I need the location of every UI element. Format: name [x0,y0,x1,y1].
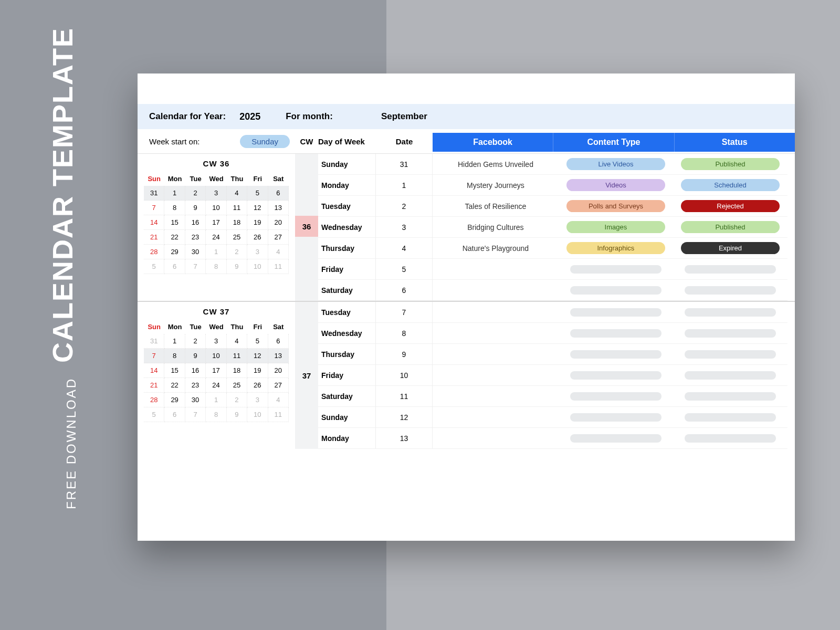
mc-cell[interactable]: 9 [185,349,206,363]
mc-cell[interactable]: 4 [227,334,247,349]
mc-cell[interactable]: 22 [164,230,185,245]
mc-cell[interactable]: 9 [227,407,247,422]
mc-cell[interactable]: 8 [206,259,226,274]
mc-cell[interactable]: 30 [185,393,206,407]
empty-pill[interactable] [685,350,776,359]
mc-cell[interactable]: 21 [144,230,164,245]
mc-cell[interactable]: 1 [164,334,185,349]
empty-pill[interactable] [570,286,662,295]
mc-cell[interactable]: 16 [185,215,206,230]
mc-cell[interactable]: 10 [206,201,226,215]
week-start-value[interactable]: Sunday [240,135,290,148]
mc-cell[interactable]: 7 [144,201,164,215]
facebook-col-row[interactable]: Bridging Cultures [433,217,559,238]
facebook-col-row[interactable]: Mystery Journeys [433,175,559,196]
mc-cell[interactable]: 19 [247,363,268,378]
mc-cell[interactable]: 26 [247,230,268,245]
mc-cell[interactable]: 4 [268,393,289,407]
facebook-col-row[interactable] [433,280,559,301]
mc-cell[interactable]: 18 [227,215,247,230]
mc-cell[interactable]: 7 [185,407,206,422]
mc-cell[interactable]: 9 [227,259,247,274]
empty-pill[interactable] [570,308,662,317]
mc-cell[interactable]: 10 [247,259,268,274]
content-type-pill[interactable]: Images [566,221,665,233]
status-pill[interactable]: Scheduled [681,179,780,191]
mc-cell[interactable]: 20 [268,215,289,230]
facebook-col-row[interactable] [433,323,559,344]
mc-cell[interactable]: 17 [206,363,226,378]
mc-cell[interactable]: 18 [227,363,247,378]
mc-cell[interactable]: 5 [247,334,268,349]
mc-cell[interactable]: 3 [206,334,226,349]
mc-cell[interactable]: 12 [247,349,268,363]
mc-cell[interactable]: 6 [268,186,289,201]
empty-pill[interactable] [685,308,776,317]
mc-cell[interactable]: 21 [144,378,164,393]
mc-cell[interactable]: 31 [144,186,164,201]
empty-pill[interactable] [570,392,662,401]
mc-cell[interactable]: 10 [206,349,226,363]
facebook-col-row[interactable] [433,344,559,365]
mc-cell[interactable]: 5 [144,407,164,422]
mc-cell[interactable]: 8 [164,201,185,215]
empty-pill[interactable] [685,434,776,443]
facebook-col-row[interactable] [433,386,559,407]
mc-cell[interactable]: 4 [268,245,289,259]
mc-cell[interactable]: 2 [185,186,206,201]
mc-cell[interactable]: 5 [144,259,164,274]
mc-cell[interactable]: 26 [247,378,268,393]
facebook-col-row[interactable]: Tales of Resilience [433,196,559,217]
empty-pill[interactable] [685,329,776,338]
mc-cell[interactable]: 15 [164,363,185,378]
empty-pill[interactable] [570,434,662,443]
mc-cell[interactable]: 29 [164,245,185,259]
facebook-col-row[interactable]: Nature's Playground [433,238,559,259]
content-type-pill[interactable]: Live Videos [566,158,665,170]
mc-cell[interactable]: 20 [268,363,289,378]
mc-cell[interactable]: 14 [144,215,164,230]
mc-cell[interactable]: 12 [247,201,268,215]
empty-pill[interactable] [570,371,662,380]
facebook-col-row[interactable] [433,365,559,386]
mc-cell[interactable]: 23 [185,378,206,393]
mc-cell[interactable]: 2 [227,393,247,407]
mc-cell[interactable]: 9 [185,201,206,215]
mc-cell[interactable]: 13 [268,201,289,215]
mc-cell[interactable]: 3 [206,186,226,201]
mc-cell[interactable]: 25 [227,378,247,393]
empty-pill[interactable] [570,265,662,274]
facebook-col-row[interactable] [433,259,559,280]
mc-cell[interactable]: 24 [206,378,226,393]
mc-cell[interactable]: 7 [144,349,164,363]
mc-cell[interactable]: 4 [227,186,247,201]
mc-cell[interactable]: 24 [206,230,226,245]
mc-cell[interactable]: 1 [206,393,226,407]
status-pill[interactable]: Published [681,158,780,170]
empty-pill[interactable] [685,265,776,274]
content-type-pill[interactable]: Polls and Surveys [566,200,665,212]
mc-cell[interactable]: 7 [185,259,206,274]
mc-cell[interactable]: 22 [164,378,185,393]
mc-cell[interactable]: 31 [144,334,164,349]
mc-cell[interactable]: 2 [185,334,206,349]
content-type-pill[interactable]: Videos [566,179,665,191]
empty-pill[interactable] [685,371,776,380]
mc-cell[interactable]: 11 [268,407,289,422]
mc-cell[interactable]: 1 [206,245,226,259]
empty-pill[interactable] [685,413,776,422]
mc-cell[interactable]: 14 [144,363,164,378]
mc-cell[interactable]: 11 [227,349,247,363]
mc-cell[interactable]: 3 [247,245,268,259]
mc-cell[interactable]: 2 [227,245,247,259]
mc-cell[interactable]: 11 [268,259,289,274]
mc-cell[interactable]: 6 [164,259,185,274]
empty-pill[interactable] [685,392,776,401]
empty-pill[interactable] [570,350,662,359]
mc-cell[interactable]: 1 [164,186,185,201]
mc-cell[interactable]: 25 [227,230,247,245]
mc-cell[interactable]: 5 [247,186,268,201]
facebook-col-row[interactable]: Hidden Gems Unveiled [433,154,559,175]
mc-cell[interactable]: 28 [144,245,164,259]
mc-cell[interactable]: 8 [206,407,226,422]
